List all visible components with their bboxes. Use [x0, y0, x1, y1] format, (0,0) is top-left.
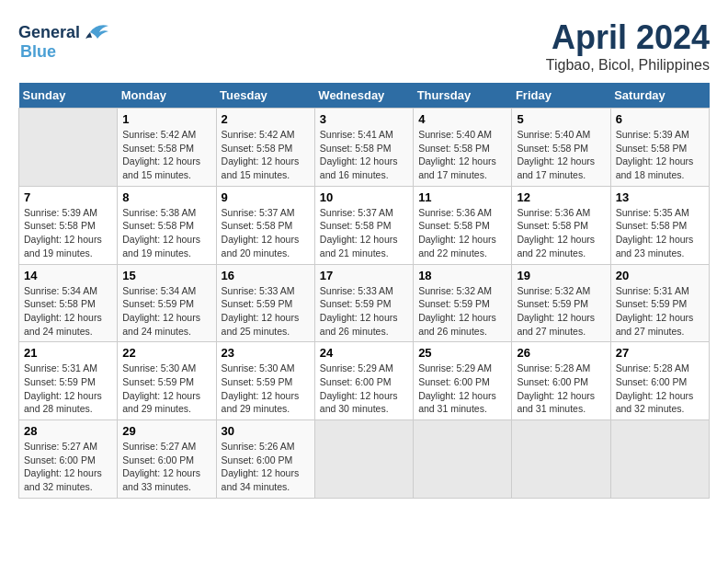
calendar-cell: 1Sunrise: 5:42 AM Sunset: 5:58 PM Daylig…	[118, 109, 216, 187]
day-info: Sunrise: 5:42 AM Sunset: 5:58 PM Dayligh…	[122, 128, 210, 182]
day-number: 25	[418, 346, 506, 360]
calendar-table: SundayMondayTuesdayWednesdayThursdayFrid…	[18, 83, 710, 499]
day-number: 22	[122, 346, 210, 360]
calendar-cell: 6Sunrise: 5:39 AM Sunset: 5:58 PM Daylig…	[610, 109, 709, 187]
day-number: 28	[24, 424, 112, 438]
day-number: 6	[616, 112, 704, 126]
calendar-cell: 18Sunrise: 5:32 AM Sunset: 5:59 PM Dayli…	[414, 264, 512, 342]
day-info: Sunrise: 5:33 AM Sunset: 5:59 PM Dayligh…	[222, 284, 310, 339]
day-number: 15	[122, 269, 210, 282]
header: General Blue April 2024 Tigbao, Bicol, P…	[18, 18, 710, 74]
day-number: 10	[320, 190, 408, 204]
calendar-cell: 7Sunrise: 5:39 AM Sunset: 5:58 PM Daylig…	[19, 186, 118, 264]
calendar-week-row: 21Sunrise: 5:31 AM Sunset: 5:59 PM Dayli…	[19, 342, 710, 420]
calendar-week-row: 14Sunrise: 5:34 AM Sunset: 5:58 PM Dayli…	[19, 264, 710, 342]
day-number: 14	[24, 269, 112, 282]
day-info: Sunrise: 5:32 AM Sunset: 5:59 PM Dayligh…	[418, 284, 506, 339]
calendar-cell: 21Sunrise: 5:31 AM Sunset: 5:59 PM Dayli…	[19, 342, 118, 420]
day-number: 30	[222, 424, 310, 438]
day-info: Sunrise: 5:31 AM Sunset: 5:59 PM Dayligh…	[616, 284, 704, 339]
day-number: 16	[222, 269, 310, 282]
day-info: Sunrise: 5:26 AM Sunset: 6:00 PM Dayligh…	[222, 440, 310, 494]
title-area: April 2024 Tigbao, Bicol, Philippines	[546, 18, 710, 74]
day-number: 8	[122, 190, 210, 204]
day-number: 5	[517, 112, 605, 126]
day-number: 2	[222, 112, 310, 126]
day-number: 29	[122, 424, 210, 438]
calendar-cell: 16Sunrise: 5:33 AM Sunset: 5:59 PM Dayli…	[216, 264, 314, 342]
day-info: Sunrise: 5:40 AM Sunset: 5:58 PM Dayligh…	[517, 128, 605, 182]
day-info: Sunrise: 5:27 AM Sunset: 6:00 PM Dayligh…	[24, 440, 112, 494]
calendar-cell: 13Sunrise: 5:35 AM Sunset: 5:58 PM Dayli…	[610, 186, 709, 264]
day-info: Sunrise: 5:34 AM Sunset: 5:59 PM Dayligh…	[122, 284, 210, 339]
logo-text-general: General	[18, 23, 80, 42]
calendar-cell: 15Sunrise: 5:34 AM Sunset: 5:59 PM Dayli…	[118, 264, 216, 342]
day-info: Sunrise: 5:33 AM Sunset: 5:59 PM Dayligh…	[320, 284, 408, 339]
day-number: 26	[517, 346, 605, 360]
logo-bird-icon	[83, 18, 110, 46]
calendar-cell: 8Sunrise: 5:38 AM Sunset: 5:58 PM Daylig…	[118, 186, 216, 264]
day-info: Sunrise: 5:42 AM Sunset: 5:58 PM Dayligh…	[222, 128, 310, 182]
calendar-cell: 27Sunrise: 5:28 AM Sunset: 6:00 PM Dayli…	[610, 342, 709, 420]
calendar-cell: 3Sunrise: 5:41 AM Sunset: 5:58 PM Daylig…	[314, 109, 413, 187]
day-number: 24	[320, 346, 408, 360]
day-number: 11	[418, 190, 506, 204]
calendar-cell: 11Sunrise: 5:36 AM Sunset: 5:58 PM Dayli…	[414, 186, 512, 264]
header-monday: Monday	[118, 83, 216, 109]
calendar-cell: 22Sunrise: 5:30 AM Sunset: 5:59 PM Dayli…	[118, 342, 216, 420]
day-number: 1	[122, 112, 210, 126]
calendar-week-row: 28Sunrise: 5:27 AM Sunset: 6:00 PM Dayli…	[19, 420, 710, 499]
day-info: Sunrise: 5:38 AM Sunset: 5:58 PM Dayligh…	[122, 206, 210, 260]
calendar-cell	[314, 420, 413, 499]
header-saturday: Saturday	[610, 83, 709, 109]
calendar-cell	[414, 420, 512, 499]
day-info: Sunrise: 5:27 AM Sunset: 6:00 PM Dayligh…	[122, 440, 210, 494]
calendar-cell: 10Sunrise: 5:37 AM Sunset: 5:58 PM Dayli…	[314, 186, 413, 264]
day-info: Sunrise: 5:36 AM Sunset: 5:58 PM Dayligh…	[418, 206, 506, 260]
day-number: 21	[24, 346, 112, 360]
calendar-cell: 5Sunrise: 5:40 AM Sunset: 5:58 PM Daylig…	[512, 109, 610, 187]
day-info: Sunrise: 5:35 AM Sunset: 5:58 PM Dayligh…	[616, 206, 704, 260]
subtitle: Tigbao, Bicol, Philippines	[546, 57, 710, 74]
day-info: Sunrise: 5:39 AM Sunset: 5:58 PM Dayligh…	[24, 206, 112, 260]
calendar-cell: 19Sunrise: 5:32 AM Sunset: 5:59 PM Dayli…	[512, 264, 610, 342]
header-thursday: Thursday	[414, 83, 512, 109]
calendar-cell: 12Sunrise: 5:36 AM Sunset: 5:58 PM Dayli…	[512, 186, 610, 264]
day-number: 12	[517, 190, 605, 204]
calendar-cell: 28Sunrise: 5:27 AM Sunset: 6:00 PM Dayli…	[19, 420, 118, 499]
header-wednesday: Wednesday	[314, 83, 413, 109]
calendar-cell: 20Sunrise: 5:31 AM Sunset: 5:59 PM Dayli…	[610, 264, 709, 342]
calendar-cell	[610, 420, 709, 499]
header-sunday: Sunday	[19, 83, 118, 109]
day-info: Sunrise: 5:41 AM Sunset: 5:58 PM Dayligh…	[320, 128, 408, 182]
day-info: Sunrise: 5:29 AM Sunset: 6:00 PM Dayligh…	[320, 362, 408, 416]
calendar-cell: 30Sunrise: 5:26 AM Sunset: 6:00 PM Dayli…	[216, 420, 314, 499]
day-info: Sunrise: 5:36 AM Sunset: 5:58 PM Dayligh…	[517, 206, 605, 260]
day-number: 27	[616, 346, 704, 360]
calendar-cell: 9Sunrise: 5:37 AM Sunset: 5:58 PM Daylig…	[216, 186, 314, 264]
header-tuesday: Tuesday	[216, 83, 314, 109]
day-info: Sunrise: 5:28 AM Sunset: 6:00 PM Dayligh…	[616, 362, 704, 416]
day-info: Sunrise: 5:30 AM Sunset: 5:59 PM Dayligh…	[122, 362, 210, 416]
day-number: 23	[222, 346, 310, 360]
day-info: Sunrise: 5:32 AM Sunset: 5:59 PM Dayligh…	[517, 284, 605, 339]
day-info: Sunrise: 5:28 AM Sunset: 6:00 PM Dayligh…	[517, 362, 605, 416]
calendar-cell: 17Sunrise: 5:33 AM Sunset: 5:59 PM Dayli…	[314, 264, 413, 342]
day-info: Sunrise: 5:31 AM Sunset: 5:59 PM Dayligh…	[24, 362, 112, 416]
day-number: 17	[320, 269, 408, 282]
calendar-cell: 26Sunrise: 5:28 AM Sunset: 6:00 PM Dayli…	[512, 342, 610, 420]
calendar-week-row: 1Sunrise: 5:42 AM Sunset: 5:58 PM Daylig…	[19, 109, 710, 187]
main-title: April 2024	[546, 18, 710, 57]
day-info: Sunrise: 5:39 AM Sunset: 5:58 PM Dayligh…	[616, 128, 704, 182]
calendar-cell	[512, 420, 610, 499]
day-number: 13	[616, 190, 704, 204]
calendar-cell: 24Sunrise: 5:29 AM Sunset: 6:00 PM Dayli…	[314, 342, 413, 420]
calendar-header-row: SundayMondayTuesdayWednesdayThursdayFrid…	[19, 83, 710, 109]
day-number: 3	[320, 112, 408, 126]
calendar-cell: 4Sunrise: 5:40 AM Sunset: 5:58 PM Daylig…	[414, 109, 512, 187]
day-info: Sunrise: 5:29 AM Sunset: 6:00 PM Dayligh…	[418, 362, 506, 416]
day-number: 9	[222, 190, 310, 204]
day-number: 7	[24, 190, 112, 204]
calendar-cell: 14Sunrise: 5:34 AM Sunset: 5:58 PM Dayli…	[19, 264, 118, 342]
calendar-cell: 25Sunrise: 5:29 AM Sunset: 6:00 PM Dayli…	[414, 342, 512, 420]
